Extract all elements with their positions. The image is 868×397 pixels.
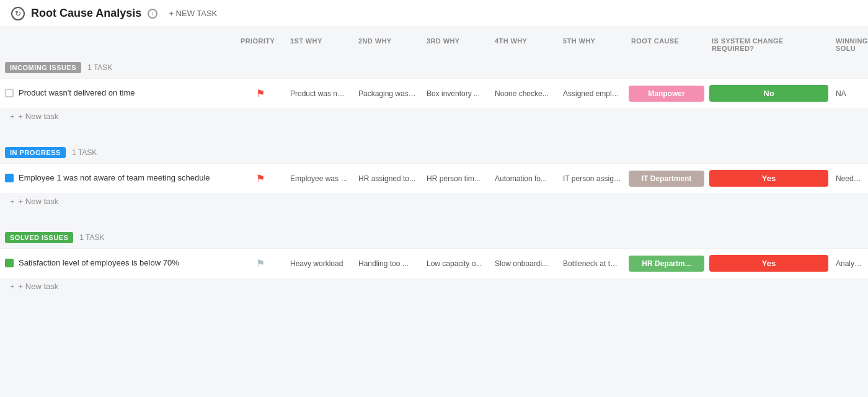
winning-solution-cell: NA	[831, 86, 868, 102]
system-change-badge[interactable]: No	[709, 85, 828, 102]
system-change-cell: Yes	[707, 252, 831, 274]
task-checkbox-solved[interactable]	[5, 259, 14, 267]
why1-cell: Heavy workload	[285, 256, 353, 272]
priority-flag-red: ⚑	[256, 172, 265, 184]
system-change-badge[interactable]: Yes	[709, 255, 828, 272]
root-cause-badge[interactable]: HR Departm...	[629, 256, 704, 272]
divider-2	[0, 217, 868, 227]
root-cause-badge[interactable]: IT Department	[629, 171, 704, 187]
add-task-solved[interactable]: + + New task	[0, 278, 868, 295]
add-task-label: + New task	[19, 112, 59, 121]
back-button[interactable]: ↻	[11, 7, 25, 20]
section-solved: SOLVED ISSUES 1 TASK Satisfaction level …	[0, 227, 868, 295]
why4-cell: Automation fo...	[490, 171, 558, 187]
col-why4: 4TH WHY	[490, 35, 558, 55]
app-header: ↻ Root Cause Analysis i + NEW TASK	[0, 0, 868, 27]
task-name-cell: Employee 1 was not aware of team meeting…	[0, 169, 236, 187]
root-cause-badge[interactable]: Manpower	[629, 86, 704, 102]
new-task-button[interactable]: + NEW TASK	[164, 6, 222, 20]
add-task-icon: +	[10, 282, 15, 291]
add-task-icon: +	[10, 112, 15, 121]
page-title: Root Cause Analysis	[31, 7, 141, 20]
col-incoming-issues	[0, 35, 236, 55]
why3-cell: Box inventory ...	[422, 86, 490, 102]
table-row: Satisfaction level of employees is below…	[0, 248, 868, 278]
badge-inprogress: IN PROGRESS	[5, 147, 66, 158]
why5-cell: Assigned employ...	[558, 86, 626, 102]
section-header-solved: SOLVED ISSUES 1 TASK	[0, 227, 868, 248]
task-count-inprogress: 1 TASK	[72, 148, 97, 157]
task-name[interactable]: Satisfaction level of employees is below…	[19, 258, 179, 269]
col-why1: 1ST WHY	[285, 35, 353, 55]
section-incoming: INCOMING ISSUES 1 TASK Product wasn't de…	[0, 57, 868, 125]
root-cause-cell: HR Departm...	[626, 253, 707, 274]
priority-flag-red: ⚑	[256, 87, 265, 99]
add-task-label: + New task	[19, 282, 59, 291]
section-header-inprogress: IN PROGRESS 1 TASK	[0, 142, 868, 163]
why1-cell: Product was not rea...	[285, 86, 353, 102]
priority-flag-light: ⚑	[256, 257, 265, 269]
system-change-badge[interactable]: Yes	[709, 170, 828, 187]
main-content: PRIORITY 1ST WHY 2ND WHY 3RD WHY 4TH WHY…	[0, 27, 868, 310]
info-icon[interactable]: i	[148, 9, 157, 19]
section-header-incoming: INCOMING ISSUES 1 TASK	[0, 57, 868, 78]
why3-cell: HR person tim...	[422, 171, 490, 187]
section-inprogress: IN PROGRESS 1 TASK Employee 1 was not aw…	[0, 142, 868, 210]
priority-cell: ⚑	[236, 169, 285, 188]
column-headers: PRIORITY 1ST WHY 2ND WHY 3RD WHY 4TH WHY…	[0, 35, 868, 57]
task-name[interactable]: Product wasn't delivered on time	[19, 88, 135, 99]
badge-incoming: INCOMING ISSUES	[5, 62, 81, 73]
root-cause-cell: Manpower	[626, 83, 707, 104]
col-why5: 5TH WHY	[558, 35, 626, 55]
table-row: Product wasn't delivered on time ⚑ Produ…	[0, 78, 868, 108]
task-name[interactable]: Employee 1 was not aware of team meeting…	[19, 173, 210, 184]
task-checkbox[interactable]	[5, 89, 14, 97]
badge-solved: SOLVED ISSUES	[5, 232, 73, 243]
col-root-cause: ROOT CAUSE	[626, 35, 707, 55]
winning-solution-cell: Need to try us ing Integroma...	[831, 171, 868, 187]
root-cause-cell: IT Department	[626, 168, 707, 189]
winning-solution-cell: Analyze the cause of bottl...	[831, 256, 868, 272]
why4-cell: Noone checke...	[490, 86, 558, 102]
why5-cell: IT person assigne...	[558, 171, 626, 187]
system-change-cell: Yes	[707, 167, 831, 189]
table-row: Employee 1 was not aware of team meeting…	[0, 163, 868, 193]
why2-cell: Handling too ...	[353, 256, 422, 272]
why2-cell: HR assigned to...	[353, 171, 422, 187]
task-checkbox-inprogress[interactable]	[5, 174, 14, 182]
col-winning-solution: WINNING SOLU	[831, 35, 868, 55]
system-change-cell: No	[707, 83, 831, 104]
add-task-label: + New task	[19, 197, 59, 206]
why2-cell: Packaging was ...	[353, 86, 422, 102]
priority-cell: ⚑	[236, 84, 285, 103]
col-why2: 2ND WHY	[353, 35, 422, 55]
task-count-incoming: 1 TASK	[87, 63, 112, 72]
task-count-solved: 1 TASK	[79, 233, 104, 242]
why5-cell: Bottleneck at the...	[558, 256, 626, 272]
task-name-cell: Product wasn't delivered on time	[0, 84, 236, 102]
why1-cell: Employee was not b...	[285, 171, 353, 187]
add-task-incoming[interactable]: + + New task	[0, 108, 868, 125]
task-name-cell: Satisfaction level of employees is below…	[0, 254, 236, 272]
add-task-inprogress[interactable]: + + New task	[0, 193, 868, 210]
col-priority: PRIORITY	[236, 35, 285, 55]
add-task-icon: +	[10, 197, 15, 206]
why4-cell: Slow onboardi...	[490, 256, 558, 272]
divider-1	[0, 132, 868, 142]
col-why3: 3RD WHY	[422, 35, 490, 55]
why3-cell: Low capacity o...	[422, 256, 490, 272]
priority-cell: ⚑	[236, 254, 285, 273]
col-system-change: IS SYSTEM CHANGE REQUIRED?	[707, 35, 831, 55]
